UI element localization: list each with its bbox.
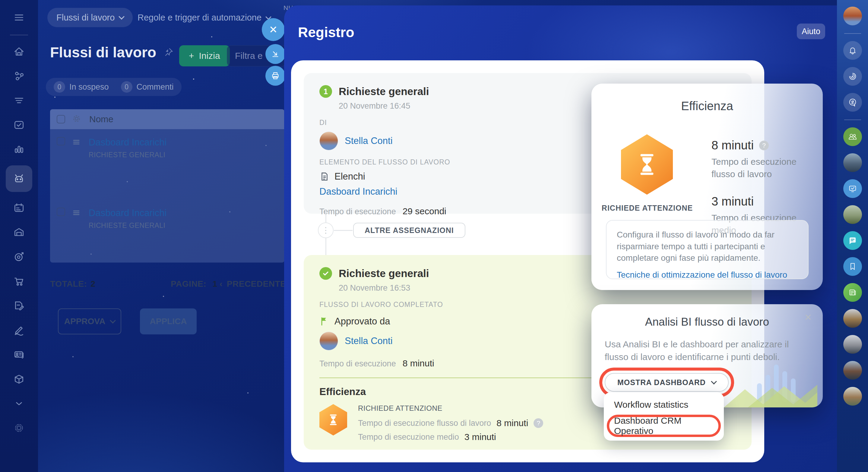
close-panel-button[interactable]: ✕: [262, 18, 285, 41]
approve-button[interactable]: APPROVA: [58, 308, 121, 334]
tasks-icon[interactable]: [10, 117, 27, 134]
workflows-menu-label: Flussi di lavoro: [56, 13, 115, 23]
document-edit-icon[interactable]: [10, 297, 27, 314]
row-menu-icon[interactable]: [72, 138, 81, 148]
collab-network-icon[interactable]: [10, 68, 27, 85]
table-row[interactable]: Dasboard IncarichiRICHIESTE GENERALI: [50, 137, 284, 159]
hourglass-icon: [327, 413, 340, 426]
chart-icon[interactable]: [10, 141, 27, 158]
box-icon[interactable]: [10, 371, 27, 387]
person-link[interactable]: Stella Conti: [345, 335, 393, 347]
menu-item-workflow-statistics[interactable]: Workflow statistics: [607, 396, 721, 413]
news-icon[interactable]: [843, 283, 862, 302]
average-time-value: 3 minuti: [464, 432, 496, 442]
pending-label: In sospeso: [69, 82, 109, 92]
comments-counter[interactable]: 0 Commenti: [121, 81, 174, 93]
more-assignments-label: ALTRE ASSEGNAZIONI: [365, 226, 454, 235]
bi-popup-title: Analisi BI flusso di lavoro: [591, 316, 823, 328]
shop-cart-icon[interactable]: [10, 273, 27, 290]
help-question-icon[interactable]: ?: [533, 418, 543, 428]
row-menu-icon[interactable]: [72, 208, 81, 218]
bi-popup-body: Usa Analisi BI e le dashboard per analiz…: [605, 338, 801, 363]
timeline-drag-handle[interactable]: ⋮: [318, 223, 334, 238]
download-button[interactable]: [266, 44, 285, 64]
help-question-icon[interactable]: ?: [759, 141, 769, 150]
select-all-checkbox[interactable]: [57, 115, 65, 123]
settings-gear-icon[interactable]: [10, 419, 27, 436]
sidebar-item-automation-active[interactable]: [6, 166, 32, 192]
menu-item-crm-dashboard[interactable]: Dashboard CRM Operativo: [609, 417, 718, 435]
employees-icon[interactable]: [843, 127, 862, 146]
notifications-bell-icon[interactable]: [843, 41, 862, 60]
exec-time-label: Tempo di esecuzione: [319, 207, 396, 216]
entry-title: Richieste generali: [339, 85, 429, 97]
close-icon: ✕: [269, 24, 278, 36]
workflow-time-value: 8 minuti: [711, 139, 754, 152]
pending-counter[interactable]: 0 In sospeso: [54, 81, 109, 93]
messenger-icon[interactable]: [843, 93, 862, 112]
efficiency-popup: Efficienza RICHIEDE ATTENZIONE 8 minuti …: [591, 84, 823, 290]
page-title: Flussi di lavoro: [50, 44, 174, 61]
pages-label: PAGINE:: [171, 279, 206, 289]
dashboard-dropdown-menu: Workflow statistics Dashboard CRM Operat…: [604, 392, 724, 441]
attention-label: RICHIEDE ATTENZIONE: [358, 404, 543, 413]
user-avatar[interactable]: [843, 387, 862, 406]
home-icon[interactable]: [10, 43, 27, 60]
storage-icon[interactable]: [10, 224, 27, 241]
check-icon: [322, 270, 329, 277]
start-workflow-button[interactable]: + Inizia: [179, 45, 230, 66]
crm-target-icon[interactable]: [10, 248, 27, 265]
workflow-subtitle: RICHIESTE GENERALI: [89, 151, 166, 159]
chat-icon[interactable]: [843, 231, 862, 250]
column-header-name[interactable]: Nome: [89, 114, 114, 124]
hourglass-attention-icon: [319, 404, 347, 436]
contacts-icon[interactable]: [10, 346, 27, 363]
table-row[interactable]: Dasboard IncarichiRICHIESTE GENERALI: [50, 208, 284, 230]
more-assignments-button[interactable]: ALTRE ASSEGNAZIONI: [353, 223, 465, 238]
person-link[interactable]: Stella Conti: [345, 136, 393, 146]
workflow-link[interactable]: Dasboard Incarichi: [89, 137, 166, 148]
entry-title: Richieste generali: [339, 267, 429, 279]
sidebar-divider: [844, 33, 861, 34]
chevron-down-icon: [110, 318, 116, 324]
workflow-time-label: Tempo di esecuzione flusso di lavoro: [358, 419, 491, 428]
workflow-link[interactable]: Dasboard Incarichi: [89, 208, 166, 218]
workflows-menu[interactable]: Flussi di lavoro: [48, 8, 133, 27]
chevron-down-icon: [711, 379, 717, 384]
user-avatar[interactable]: [843, 335, 862, 354]
user-avatar[interactable]: [843, 205, 862, 224]
sidebar-divider: [10, 35, 28, 35]
user-avatar[interactable]: [843, 153, 862, 172]
print-button[interactable]: [266, 66, 285, 86]
exec-time-value: 29 secondi: [403, 206, 446, 216]
task-monitor-icon[interactable]: [843, 179, 862, 198]
table-settings-gear-icon[interactable]: [72, 114, 82, 125]
automation-rules-menu[interactable]: Regole e trigger di automazione: [137, 13, 271, 23]
help-button[interactable]: Aiuto: [797, 24, 825, 39]
right-sidebar: [837, 0, 868, 472]
menu-icon[interactable]: [10, 9, 27, 26]
workflow-subtitle: RICHIESTE GENERALI: [89, 222, 166, 230]
row-checkbox[interactable]: [57, 208, 65, 216]
copilot-icon[interactable]: [843, 67, 862, 86]
user-avatar[interactable]: [843, 309, 862, 328]
sign-icon[interactable]: [10, 322, 27, 338]
avatar[interactable]: [319, 131, 338, 150]
pin-icon[interactable]: [163, 44, 174, 61]
previous-chevron-icon: ‹: [220, 279, 223, 289]
download-icon: [270, 49, 280, 59]
efficiency-tip-card: Configura il flusso di lavoro in modo da…: [606, 220, 809, 279]
chevron-down-icon[interactable]: [10, 395, 27, 412]
calendar-icon[interactable]: [10, 200, 27, 216]
row-checkbox[interactable]: [57, 137, 65, 145]
filter-search-value: Filtra e: [235, 51, 263, 61]
bookmark-icon[interactable]: [843, 257, 862, 276]
feed-icon[interactable]: [10, 92, 27, 109]
show-dashboard-button[interactable]: MOSTRA DASHBOARD: [605, 373, 728, 392]
user-avatar[interactable]: [843, 7, 862, 25]
previous-page-button[interactable]: ‹ PRECEDENTE: [220, 279, 286, 289]
user-avatar[interactable]: [843, 361, 862, 380]
apply-button[interactable]: APPLICA: [140, 308, 197, 334]
optimization-link[interactable]: Tecniche di ottimizzazione del flusso di…: [617, 270, 798, 280]
avatar[interactable]: [319, 332, 338, 350]
